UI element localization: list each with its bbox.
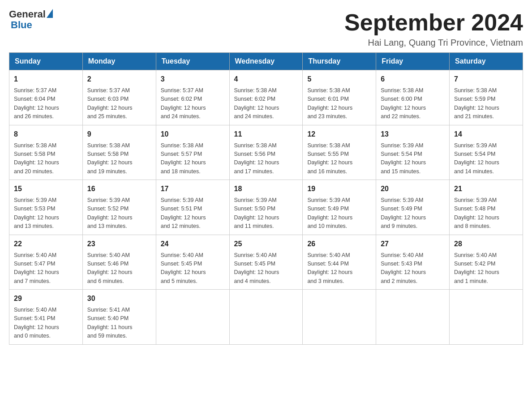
calendar-cell xyxy=(376,290,450,345)
day-info: Sunrise: 5:40 AMSunset: 5:43 PMDaylight:… xyxy=(381,251,445,286)
calendar-cell: 17Sunrise: 5:39 AMSunset: 5:51 PMDayligh… xyxy=(156,180,229,235)
day-number: 16 xyxy=(87,184,151,194)
week-row-2: 8Sunrise: 5:38 AMSunset: 5:58 PMDaylight… xyxy=(9,125,523,180)
day-number: 28 xyxy=(454,239,518,249)
day-info: Sunrise: 5:37 AMSunset: 6:04 PMDaylight:… xyxy=(14,86,78,121)
calendar-cell: 29Sunrise: 5:40 AMSunset: 5:41 PMDayligh… xyxy=(9,290,83,345)
calendar-cell: 23Sunrise: 5:40 AMSunset: 5:46 PMDayligh… xyxy=(82,235,156,290)
logo-triangle-icon xyxy=(47,9,53,18)
day-info: Sunrise: 5:40 AMSunset: 5:41 PMDaylight:… xyxy=(14,306,78,341)
header-day-wednesday: Wednesday xyxy=(229,53,303,70)
logo-general-text: General xyxy=(9,9,46,20)
calendar-cell: 15Sunrise: 5:39 AMSunset: 5:53 PMDayligh… xyxy=(9,180,83,235)
calendar-cell: 18Sunrise: 5:39 AMSunset: 5:50 PMDayligh… xyxy=(229,180,303,235)
calendar-cell: 11Sunrise: 5:38 AMSunset: 5:56 PMDayligh… xyxy=(229,125,303,180)
header-day-monday: Monday xyxy=(82,53,156,70)
week-row-5: 29Sunrise: 5:40 AMSunset: 5:41 PMDayligh… xyxy=(9,290,523,345)
day-number: 6 xyxy=(381,74,445,85)
header-day-friday: Friday xyxy=(376,53,450,70)
day-info: Sunrise: 5:38 AMSunset: 5:56 PMDaylight:… xyxy=(234,141,298,176)
calendar-cell: 26Sunrise: 5:40 AMSunset: 5:44 PMDayligh… xyxy=(303,235,376,290)
day-number: 15 xyxy=(14,184,78,194)
day-number: 19 xyxy=(307,184,371,194)
day-number: 23 xyxy=(87,239,151,249)
calendar-cell: 19Sunrise: 5:39 AMSunset: 5:49 PMDayligh… xyxy=(303,180,376,235)
calendar-cell: 21Sunrise: 5:39 AMSunset: 5:48 PMDayligh… xyxy=(450,180,523,235)
calendar-cell: 30Sunrise: 5:41 AMSunset: 5:40 PMDayligh… xyxy=(82,290,156,345)
day-info: Sunrise: 5:39 AMSunset: 5:48 PMDaylight:… xyxy=(454,196,518,231)
day-number: 18 xyxy=(234,184,298,194)
calendar-cell: 3Sunrise: 5:37 AMSunset: 6:02 PMDaylight… xyxy=(156,70,229,125)
day-info: Sunrise: 5:40 AMSunset: 5:45 PMDaylight:… xyxy=(161,251,225,286)
calendar-cell: 22Sunrise: 5:40 AMSunset: 5:47 PMDayligh… xyxy=(9,235,83,290)
calendar-header-row: SundayMondayTuesdayWednesdayThursdayFrid… xyxy=(9,53,523,70)
week-row-1: 1Sunrise: 5:37 AMSunset: 6:04 PMDaylight… xyxy=(9,70,523,125)
calendar-cell: 12Sunrise: 5:38 AMSunset: 5:55 PMDayligh… xyxy=(303,125,376,180)
day-number: 1 xyxy=(14,74,78,85)
calendar-cell: 16Sunrise: 5:39 AMSunset: 5:52 PMDayligh… xyxy=(82,180,156,235)
calendar-cell: 6Sunrise: 5:38 AMSunset: 6:00 PMDaylight… xyxy=(376,70,450,125)
day-info: Sunrise: 5:39 AMSunset: 5:52 PMDaylight:… xyxy=(87,196,151,231)
calendar-cell: 27Sunrise: 5:40 AMSunset: 5:43 PMDayligh… xyxy=(376,235,450,290)
calendar-cell xyxy=(450,290,523,345)
day-info: Sunrise: 5:40 AMSunset: 5:42 PMDaylight:… xyxy=(454,251,518,286)
day-info: Sunrise: 5:40 AMSunset: 5:47 PMDaylight:… xyxy=(14,251,78,286)
day-info: Sunrise: 5:38 AMSunset: 6:02 PMDaylight:… xyxy=(234,86,298,121)
calendar-cell: 28Sunrise: 5:40 AMSunset: 5:42 PMDayligh… xyxy=(450,235,523,290)
day-number: 2 xyxy=(87,74,151,85)
day-number: 17 xyxy=(161,184,225,194)
day-number: 21 xyxy=(454,184,518,194)
day-info: Sunrise: 5:37 AMSunset: 6:03 PMDaylight:… xyxy=(87,86,151,121)
day-info: Sunrise: 5:38 AMSunset: 5:59 PMDaylight:… xyxy=(454,86,518,121)
day-number: 8 xyxy=(14,129,78,140)
calendar-cell: 20Sunrise: 5:39 AMSunset: 5:49 PMDayligh… xyxy=(376,180,450,235)
calendar-cell: 5Sunrise: 5:38 AMSunset: 6:01 PMDaylight… xyxy=(303,70,376,125)
day-number: 29 xyxy=(14,293,78,304)
day-number: 24 xyxy=(161,239,225,249)
header-day-sunday: Sunday xyxy=(9,53,83,70)
day-info: Sunrise: 5:38 AMSunset: 6:01 PMDaylight:… xyxy=(307,86,371,121)
week-row-4: 22Sunrise: 5:40 AMSunset: 5:47 PMDayligh… xyxy=(9,235,523,290)
day-number: 9 xyxy=(87,129,151,140)
calendar-table: SundayMondayTuesdayWednesdayThursdayFrid… xyxy=(9,52,523,345)
day-info: Sunrise: 5:38 AMSunset: 5:58 PMDaylight:… xyxy=(87,141,151,176)
day-info: Sunrise: 5:40 AMSunset: 5:46 PMDaylight:… xyxy=(87,251,151,286)
logo-blue-text: Blue xyxy=(11,20,53,30)
day-info: Sunrise: 5:39 AMSunset: 5:49 PMDaylight:… xyxy=(307,196,371,231)
calendar-subtitle: Hai Lang, Quang Tri Province, Vietnam xyxy=(344,38,523,48)
day-info: Sunrise: 5:39 AMSunset: 5:54 PMDaylight:… xyxy=(454,141,518,176)
header-day-tuesday: Tuesday xyxy=(156,53,229,70)
page-header: General Blue September 2024 Hai Lang, Qu… xyxy=(9,9,523,48)
day-info: Sunrise: 5:38 AMSunset: 5:58 PMDaylight:… xyxy=(14,141,78,176)
day-info: Sunrise: 5:39 AMSunset: 5:53 PMDaylight:… xyxy=(14,196,78,231)
calendar-cell: 7Sunrise: 5:38 AMSunset: 5:59 PMDaylight… xyxy=(450,70,523,125)
day-number: 27 xyxy=(381,239,445,249)
day-number: 11 xyxy=(234,129,298,140)
day-info: Sunrise: 5:38 AMSunset: 5:57 PMDaylight:… xyxy=(161,141,225,176)
day-number: 20 xyxy=(381,184,445,194)
day-number: 3 xyxy=(161,74,225,85)
logo: General Blue xyxy=(9,9,53,30)
header-day-thursday: Thursday xyxy=(303,53,376,70)
day-number: 5 xyxy=(307,74,371,85)
calendar-title: September 2024 xyxy=(344,9,523,36)
calendar-cell: 4Sunrise: 5:38 AMSunset: 6:02 PMDaylight… xyxy=(229,70,303,125)
calendar-cell: 8Sunrise: 5:38 AMSunset: 5:58 PMDaylight… xyxy=(9,125,83,180)
day-info: Sunrise: 5:40 AMSunset: 5:45 PMDaylight:… xyxy=(234,251,298,286)
title-section: September 2024 Hai Lang, Quang Tri Provi… xyxy=(344,9,523,48)
day-info: Sunrise: 5:38 AMSunset: 6:00 PMDaylight:… xyxy=(381,86,445,121)
day-number: 7 xyxy=(454,74,518,85)
calendar-cell xyxy=(156,290,229,345)
calendar-cell: 10Sunrise: 5:38 AMSunset: 5:57 PMDayligh… xyxy=(156,125,229,180)
day-number: 22 xyxy=(14,239,78,249)
day-info: Sunrise: 5:39 AMSunset: 5:50 PMDaylight:… xyxy=(234,196,298,231)
day-number: 14 xyxy=(454,129,518,140)
day-info: Sunrise: 5:39 AMSunset: 5:49 PMDaylight:… xyxy=(381,196,445,231)
day-info: Sunrise: 5:41 AMSunset: 5:40 PMDaylight:… xyxy=(87,306,151,341)
day-number: 10 xyxy=(161,129,225,140)
calendar-cell: 2Sunrise: 5:37 AMSunset: 6:03 PMDaylight… xyxy=(82,70,156,125)
calendar-cell: 24Sunrise: 5:40 AMSunset: 5:45 PMDayligh… xyxy=(156,235,229,290)
day-number: 26 xyxy=(307,239,371,249)
day-number: 13 xyxy=(381,129,445,140)
day-number: 4 xyxy=(234,74,298,85)
